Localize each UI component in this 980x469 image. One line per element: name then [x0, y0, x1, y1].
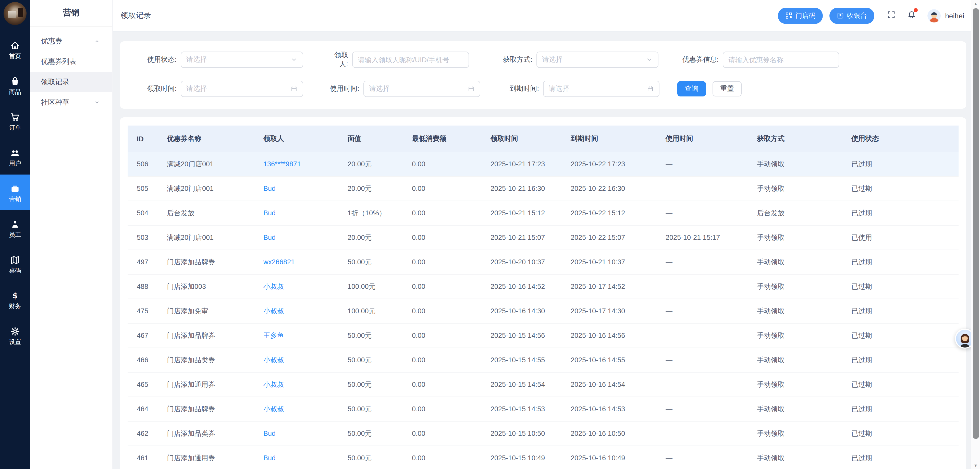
cell-name: 门店添加通用券 [167, 380, 263, 389]
page-scrollbar[interactable]: ▲ ▼ [971, 0, 980, 469]
rail-item-settings[interactable]: 设置 [0, 318, 30, 353]
rail-item-users[interactable]: 用户 [0, 139, 30, 175]
reset-button[interactable]: 重置 [713, 81, 741, 97]
recipient-link[interactable]: 小叔叔 [263, 283, 284, 290]
recipient-link[interactable]: 小叔叔 [263, 307, 284, 315]
cell-use-time: — [666, 356, 757, 364]
cell-name: 门店添加品牌券 [167, 331, 263, 340]
cashier-button[interactable]: 收银台 [829, 7, 874, 24]
rail-item-label: 商品 [9, 89, 21, 95]
recipient-link[interactable]: 王多鱼 [263, 331, 284, 339]
cell-status: 已过期 [851, 184, 959, 193]
rail-item-label: 订单 [9, 124, 21, 130]
claim-time-datepicker[interactable]: 请选择 [181, 81, 303, 97]
scrollbar-down-arrow[interactable]: ▼ [971, 462, 980, 469]
submenu-item-coupon-list[interactable]: 优惠券列表 [30, 52, 112, 72]
rail-item-finance[interactable]: 财务 [0, 282, 30, 318]
cell-status: 已过期 [851, 208, 959, 218]
cell-value: 20.00元 [348, 233, 412, 242]
store-logo[interactable] [3, 2, 27, 25]
recipient-link[interactable]: 小叔叔 [263, 356, 284, 364]
rail-item-label: 用户 [9, 160, 21, 166]
rail-item-home[interactable]: 首页 [0, 32, 30, 67]
cell-name: 门店添加品牌券 [167, 404, 263, 413]
logo-product-image [8, 11, 16, 18]
recipient-link[interactable]: wx266821 [263, 258, 295, 266]
cell-method: 手动领取 [757, 380, 851, 389]
cell-value: 20.00元 [348, 159, 412, 169]
submenu-panel: 营销 优惠券 优惠券列表 领取记录 社区种草 [30, 0, 113, 469]
table-row: 464门店添加品牌券小叔叔50.00元0.002025-10-15 14:532… [127, 397, 959, 421]
usage-status-select[interactable]: 请选择 [181, 52, 303, 68]
recipient-link[interactable]: Bud [263, 234, 275, 242]
expire-time-datepicker[interactable]: 请选择 [543, 81, 659, 97]
cell-value: 50.00元 [348, 429, 412, 438]
scrollbar-up-arrow[interactable]: ▲ [971, 0, 980, 7]
notifications-button[interactable] [907, 10, 916, 21]
cell-use-time: 2025-10-21 15:17 [666, 234, 757, 242]
recipient-link[interactable]: 小叔叔 [263, 405, 284, 413]
coupon-name-input[interactable] [723, 52, 839, 68]
recipient-link[interactable]: Bud [263, 209, 275, 217]
cell-min-spend: 0.00 [412, 234, 490, 242]
orders-icon [10, 111, 21, 122]
cell-method: 后台发放 [757, 208, 851, 218]
cell-value: 50.00元 [348, 404, 412, 413]
cell-method: 手动领取 [757, 331, 851, 340]
cell-expire-time: 2025-10-16 14:54 [571, 381, 666, 388]
user-avatar[interactable] [927, 9, 940, 22]
cell-min-spend: 0.00 [412, 283, 490, 290]
cell-method: 手动领取 [757, 258, 851, 267]
search-button[interactable]: 查询 [677, 81, 706, 97]
rail-item-goods[interactable]: 商品 [0, 67, 30, 103]
rail-item-tablecode[interactable]: 桌码 [0, 246, 30, 282]
scrollbar-thumb[interactable] [973, 8, 979, 439]
menu-group-coupon[interactable]: 优惠券 [30, 31, 112, 52]
cell-name: 门店添加品类券 [167, 355, 263, 365]
cell-id: 467 [137, 332, 167, 339]
cell-claim-time: 2025-10-15 14:53 [490, 405, 571, 413]
recipient-link[interactable]: Bud [263, 430, 275, 437]
table-body: 506满减20门店001136****987120.00元0.002025-10… [127, 152, 959, 469]
cell-recipient: Bud [263, 185, 348, 192]
cell-name: 满减20门店001 [167, 184, 263, 193]
column-header-recipient: 领取人 [263, 134, 348, 143]
rail-item-label: 桌码 [9, 267, 21, 273]
use-time-datepicker[interactable]: 请选择 [363, 81, 480, 97]
cell-status: 已过期 [851, 159, 959, 169]
cell-recipient: Bud [263, 209, 348, 217]
cell-use-time: — [666, 185, 757, 192]
cell-min-spend: 0.00 [412, 454, 490, 462]
avatar-image [927, 9, 940, 22]
cell-use-time: — [666, 430, 757, 437]
recipient-input[interactable] [352, 52, 469, 68]
cell-use-time: — [666, 381, 757, 388]
recipient-link[interactable]: Bud [263, 185, 275, 192]
table-row: 505满减20门店001Bud20.00元0.002025-10-21 16:3… [127, 176, 959, 201]
goods-icon [10, 76, 21, 86]
cell-method: 手动领取 [757, 233, 851, 242]
recipient-link[interactable]: 136****9871 [263, 160, 301, 168]
store-code-button[interactable]: 门店码 [778, 7, 822, 24]
rail-item-marketing[interactable]: 营销 [0, 175, 30, 210]
cell-method: 手动领取 [757, 307, 851, 316]
rail-item-staff[interactable]: 员工 [0, 210, 30, 246]
recipient-link[interactable]: 小叔叔 [263, 380, 284, 388]
submenu-list: 优惠券 优惠券列表 领取记录 社区种草 [30, 31, 112, 113]
cell-status: 已过期 [851, 355, 959, 365]
cell-method: 手动领取 [757, 355, 851, 365]
rail-item-orders[interactable]: 订单 [0, 103, 30, 139]
menu-group-community[interactable]: 社区种草 [30, 92, 112, 113]
method-select[interactable]: 请选择 [536, 52, 659, 68]
filter-claim-time: 领取时间: 请选择 [144, 81, 303, 97]
cell-method: 手动领取 [757, 429, 851, 438]
cell-id: 503 [137, 234, 167, 242]
cell-id: 488 [137, 283, 167, 290]
submenu-item-claim-records[interactable]: 领取记录 [30, 72, 112, 92]
cell-claim-time: 2025-10-21 15:12 [490, 209, 571, 217]
fullscreen-button[interactable] [886, 10, 896, 21]
username[interactable]: heihei [945, 11, 964, 20]
cell-claim-time: 2025-10-15 14:55 [490, 356, 571, 364]
cell-status: 已过期 [851, 282, 959, 291]
recipient-link[interactable]: Bud [263, 454, 275, 462]
